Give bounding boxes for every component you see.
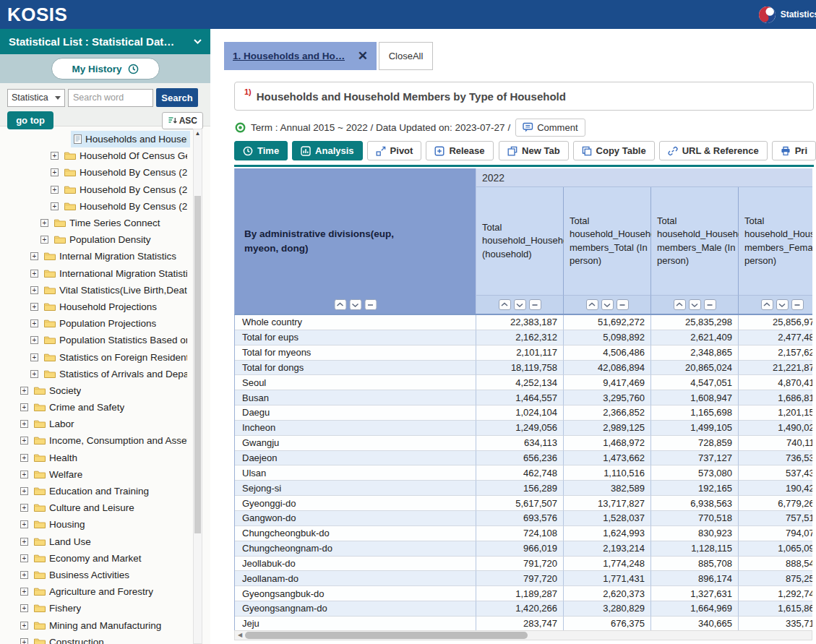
expand-plus-icon[interactable]: + (30, 370, 38, 378)
scroll-left-icon[interactable]: ◀ (235, 631, 245, 640)
tree-item[interactable]: Households and Househo (0, 131, 210, 147)
tree-item[interactable]: +Internal Migration Statistics (0, 248, 210, 265)
expand-plus-icon[interactable]: + (20, 454, 28, 462)
tree-item[interactable]: +Land Use (0, 533, 210, 550)
expand-plus-icon[interactable]: + (20, 622, 28, 630)
tree-item[interactable]: +Population Projections (0, 315, 210, 332)
expand-plus-icon[interactable]: + (51, 202, 59, 210)
tree-item[interactable]: +Agriculture and Forestry (0, 583, 210, 600)
search-input[interactable] (68, 89, 153, 107)
tab-households[interactable]: 1. Households and Ho… ✕ (224, 42, 377, 70)
expand-plus-icon[interactable]: + (20, 403, 28, 411)
search-button[interactable]: Search (156, 88, 198, 107)
tree-item[interactable]: +Statistics of Arrivals and Depart (0, 366, 210, 382)
sort-up-button[interactable] (334, 299, 346, 310)
sort-down-button[interactable] (601, 299, 614, 310)
tree-item[interactable]: +Labor (0, 416, 210, 432)
horizontal-scrollbar[interactable]: ◀ (234, 630, 812, 640)
expand-plus-icon[interactable]: + (20, 504, 28, 512)
expand-plus-icon[interactable]: + (51, 152, 59, 160)
expand-plus-icon[interactable]: + (30, 353, 38, 361)
sort-remove-button[interactable] (364, 299, 377, 310)
tree-item[interactable]: +Income, Consumption and Assets (0, 432, 210, 449)
tree-item[interactable]: +Household By Census (2005 (0, 181, 210, 198)
expand-plus-icon[interactable]: + (20, 588, 28, 596)
sort-remove-button[interactable] (791, 299, 804, 310)
expand-plus-icon[interactable]: + (51, 168, 59, 176)
my-history-button[interactable]: My History (51, 58, 160, 80)
tree-item[interactable]: +Population Density (0, 231, 210, 248)
tree-item[interactable]: +Fishery (0, 600, 210, 617)
expand-plus-icon[interactable]: + (30, 319, 38, 327)
url-reference-button[interactable]: URL & Reference (659, 141, 768, 160)
sort-remove-button[interactable] (529, 299, 541, 310)
expand-plus-icon[interactable]: + (30, 252, 38, 260)
copy-table-button[interactable]: Copy Table (573, 141, 655, 160)
analysis-button[interactable]: Analysis (292, 141, 362, 160)
tree-item[interactable]: +International Migration Statistic (0, 265, 210, 282)
sort-up-button[interactable] (674, 299, 686, 310)
tree-item[interactable]: +Society (0, 382, 210, 399)
expand-plus-icon[interactable]: + (20, 538, 28, 546)
expand-plus-icon[interactable]: + (30, 303, 38, 311)
expand-plus-icon[interactable]: + (20, 554, 28, 562)
tree-item[interactable]: +Construction (0, 634, 210, 644)
tree-scrollbar-thumb[interactable] (194, 196, 201, 533)
expand-plus-icon[interactable]: + (20, 387, 28, 395)
sort-down-button[interactable] (776, 299, 789, 310)
sort-up-button[interactable] (586, 299, 598, 310)
expand-plus-icon[interactable]: + (20, 604, 28, 612)
sort-up-button[interactable] (761, 299, 773, 310)
expand-plus-icon[interactable]: + (20, 471, 28, 478)
print-button[interactable]: Pri (772, 141, 816, 160)
tree-item[interactable]: +Economy and Market (0, 550, 210, 567)
expand-plus-icon[interactable]: + (40, 236, 48, 244)
expand-plus-icon[interactable]: + (40, 219, 48, 227)
tree-item[interactable]: +Household By Census (2010 (0, 164, 210, 181)
expand-plus-icon[interactable]: + (20, 420, 28, 428)
pivot-button[interactable]: Pivot (367, 141, 422, 160)
time-button[interactable]: Time (234, 141, 288, 160)
sort-down-button[interactable] (514, 299, 526, 310)
expand-plus-icon[interactable]: + (20, 638, 28, 644)
tree-item[interactable]: +Household By Census (2000 (0, 198, 210, 215)
sort-down-button[interactable] (349, 299, 361, 310)
sort-up-button[interactable] (499, 299, 511, 310)
comment-button[interactable]: Comment (515, 119, 585, 137)
expand-plus-icon[interactable]: + (30, 270, 38, 278)
tree-item[interactable]: +Household Projections (0, 299, 210, 315)
expand-plus-icon[interactable]: + (30, 336, 38, 344)
expand-plus-icon[interactable]: + (30, 286, 38, 294)
tree-item[interactable]: +Health (0, 450, 210, 466)
statistics-korea-brand[interactable]: Statistics (758, 6, 816, 24)
expand-plus-icon[interactable]: + (20, 571, 28, 579)
sort-down-button[interactable] (689, 299, 701, 310)
tree-item[interactable]: +Population Statistics Based on R (0, 332, 210, 348)
sort-remove-button[interactable] (704, 299, 716, 310)
scroll-up-icon[interactable]: ▲ (194, 129, 202, 138)
expand-plus-icon[interactable]: + (20, 520, 28, 528)
kosis-logo[interactable]: KOSIS (7, 4, 67, 26)
sort-remove-button[interactable] (617, 299, 629, 310)
tab-close-icon[interactable]: ✕ (352, 50, 368, 62)
tree-item[interactable]: +Education and Training (0, 483, 210, 499)
tree-item[interactable]: +Household Of Census Gene (0, 147, 210, 164)
tree-item[interactable]: +Housing (0, 516, 210, 533)
statistical-list-bar[interactable]: Statistical List : Statistical Dat… (0, 29, 210, 54)
tree-item[interactable]: +Culture and Leisure (0, 499, 210, 516)
new-tab-button[interactable]: New Tab (499, 141, 569, 160)
tree-scrollbar[interactable]: ▲ (193, 129, 202, 644)
tree-item[interactable]: +Business Activities (0, 567, 210, 583)
horizontal-scrollbar-thumb[interactable] (245, 632, 528, 639)
tree-item[interactable]: +Crime and Safety (0, 399, 210, 416)
expand-plus-icon[interactable]: + (20, 487, 28, 495)
tree-item[interactable]: +Statistics on Foreign Residents I (0, 348, 210, 365)
expand-plus-icon[interactable]: + (51, 186, 59, 194)
statistics-category-select[interactable]: Statistica (7, 89, 65, 107)
tree-item[interactable]: +Vital Statistics(Live Birth,Death, (0, 282, 210, 299)
tab-close-all[interactable]: CloseAll (379, 42, 433, 70)
tree-item[interactable]: +Welfare (0, 466, 210, 483)
tree-item[interactable]: +Time Series Connect (0, 215, 210, 231)
release-button[interactable]: Release (426, 141, 493, 160)
expand-plus-icon[interactable]: + (20, 437, 28, 445)
